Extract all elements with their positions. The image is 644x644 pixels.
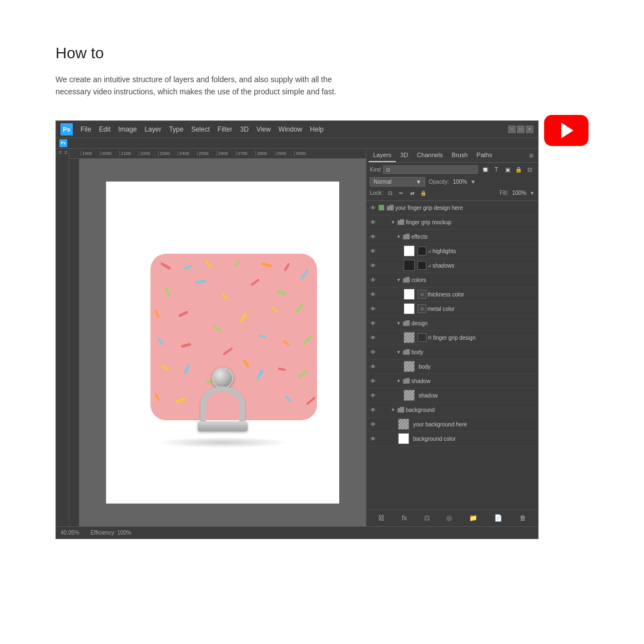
canvas-area: 1900 2000 2100 2200 2300 2400 2500 2600 …	[69, 149, 366, 526]
eye-icon[interactable]: 👁	[369, 376, 378, 385]
layer-item[interactable]: 👁 ⊙ thickness color	[366, 288, 538, 302]
layer-item[interactable]: 👁 ▼ colors	[366, 273, 538, 288]
layer-item[interactable]: 👁 shadow	[366, 389, 538, 403]
expand-arrow[interactable]: ▼	[396, 321, 401, 326]
eye-icon[interactable]: 👁	[369, 290, 378, 299]
menu-3d[interactable]: 3D	[237, 124, 251, 134]
expand-arrow[interactable]: ▼	[396, 278, 401, 283]
lock-icon-3[interactable]: ⇄	[407, 188, 417, 198]
eye-icon[interactable]: 👁	[369, 232, 378, 241]
link-layers-icon[interactable]: ⛓	[378, 514, 385, 522]
layer-item[interactable]: 👁 ▼ background	[366, 403, 538, 417]
layer-item[interactable]: 👁 ⊿ shadows	[366, 259, 538, 273]
folder-icon	[386, 204, 394, 211]
ruler-numbers: 1900 2000 2100 2200 2300 2400 2500 2600 …	[80, 151, 314, 156]
layer-name: thickness color	[427, 291, 536, 298]
tab-paths[interactable]: Paths	[472, 149, 496, 162]
eye-icon[interactable]: 👁	[369, 362, 378, 371]
menu-file[interactable]: File	[77, 124, 94, 134]
menu-window[interactable]: Window	[275, 124, 306, 134]
kind-icon-3[interactable]: ▣	[502, 165, 512, 175]
eye-icon[interactable]: 👁	[369, 319, 378, 328]
page-container: How to We create an intuitive structure …	[0, 0, 644, 583]
eye-icon[interactable]: 👁	[369, 405, 378, 414]
layer-item[interactable]: 👁 ⊿ highlights	[366, 244, 538, 259]
layer-item[interactable]: 👁 ▼ finger grip mockup	[366, 215, 538, 230]
eye-icon[interactable]: 👁	[369, 391, 378, 400]
menu-image[interactable]: Image	[115, 124, 140, 134]
menu-filter[interactable]: Filter	[214, 124, 236, 134]
layer-item[interactable]: 👁 ⊙ metal color	[366, 302, 538, 316]
tab-layers[interactable]: Layers	[369, 149, 396, 162]
layer-item[interactable]: 👁 body	[366, 360, 538, 374]
canvas-background[interactable]	[79, 159, 366, 526]
layer-thumbnail	[404, 303, 415, 314]
menu-layer[interactable]: Layer	[141, 124, 164, 134]
menu-view[interactable]: View	[253, 124, 274, 134]
panel-tabs: Layers 3D Channels Brush Paths ≡	[366, 149, 538, 163]
tab-channels[interactable]: Channels	[412, 149, 447, 162]
kind-icon-2[interactable]: T	[491, 165, 501, 175]
blend-mode-dropdown[interactable]: Normal ▼	[370, 177, 425, 187]
new-group-icon[interactable]: 📁	[469, 514, 477, 522]
eye-icon[interactable]: 👁	[369, 348, 378, 356]
minimize-button[interactable]: −	[508, 125, 516, 133]
maximize-button[interactable]: □	[517, 125, 525, 133]
menu-select[interactable]: Select	[188, 124, 213, 134]
expand-arrow[interactable]: ▼	[396, 379, 401, 384]
expand-arrow[interactable]: ▼	[396, 350, 401, 355]
expand-arrow[interactable]: ▼	[396, 234, 401, 239]
kind-icon-5[interactable]: ⊡	[525, 165, 535, 175]
eye-icon[interactable]: 👁	[369, 275, 378, 284]
menu-type[interactable]: Type	[165, 124, 187, 134]
layer-item[interactable]: 👁 ▼ design	[366, 316, 538, 331]
panel-menu-icon[interactable]: ≡	[527, 151, 536, 160]
layer-name: your background here	[413, 421, 536, 427]
svg-rect-18	[283, 340, 290, 346]
svg-rect-0	[160, 262, 172, 270]
eye-icon[interactable]: 👁	[369, 246, 378, 255]
eye-icon[interactable]: 👁	[369, 304, 378, 313]
layer-item[interactable]: 👁 ▼ shadow	[366, 374, 538, 389]
ruler-top: 1900 2000 2100 2200 2300 2400 2500 2600 …	[69, 149, 366, 159]
link-icon: ⛓	[427, 335, 432, 340]
youtube-button[interactable]	[544, 115, 588, 146]
add-mask-icon[interactable]: ⊡	[424, 514, 430, 522]
kind-icon-4[interactable]: 🔒	[514, 165, 524, 175]
lock-icon-2[interactable]: ✏	[396, 188, 406, 198]
tab-3d[interactable]: 3D	[396, 149, 412, 162]
menu-help[interactable]: Help	[306, 124, 327, 134]
layer-item[interactable]: 👁 your background here	[366, 417, 538, 432]
eye-icon[interactable]: 👁	[369, 420, 378, 429]
lock-label: Lock:	[370, 190, 383, 196]
layer-item[interactable]: 👁 ▼ effects	[366, 230, 538, 244]
ring-arch	[200, 386, 245, 422]
eye-icon[interactable]: 👁	[369, 333, 378, 342]
layer-name: shadows	[432, 263, 536, 269]
layer-item[interactable]: 👁 ▼ body	[366, 345, 538, 360]
eye-icon[interactable]: 👁	[369, 218, 378, 227]
lock-icon-1[interactable]: ⊡	[385, 188, 395, 198]
adjustments-icon[interactable]: ◎	[446, 514, 452, 522]
eye-icon[interactable]: 👁	[369, 434, 378, 443]
svg-rect-10	[277, 290, 286, 295]
eye-icon[interactable]: 👁	[369, 261, 378, 270]
expand-arrow[interactable]: ▼	[391, 220, 395, 225]
folder-icon	[397, 219, 405, 225]
layer-name: your finger grip design here	[395, 205, 536, 211]
fill-value: 100%	[512, 190, 527, 196]
new-layer-icon[interactable]: 📄	[494, 514, 502, 522]
tab-brush[interactable]: Brush	[447, 149, 472, 162]
eye-icon[interactable]: 👁	[369, 203, 378, 212]
menu-edit[interactable]: Edit	[95, 124, 114, 134]
lock-icon-4[interactable]: 🔒	[419, 188, 429, 198]
layer-item[interactable]: 👁 background color	[366, 432, 538, 446]
expand-arrow[interactable]: ▼	[391, 407, 395, 412]
layer-item[interactable]: 👁 your finger grip design here	[366, 201, 538, 215]
layer-item[interactable]: 👁 ⛓ finger grip design	[366, 331, 538, 345]
kind-dropdown[interactable]: ⊙	[383, 165, 478, 174]
fx-icon[interactable]: fx	[402, 514, 407, 522]
delete-layer-icon[interactable]: 🗑	[520, 514, 526, 522]
close-button[interactable]: ×	[526, 125, 534, 133]
kind-icon-1[interactable]: 🔲	[480, 165, 490, 175]
